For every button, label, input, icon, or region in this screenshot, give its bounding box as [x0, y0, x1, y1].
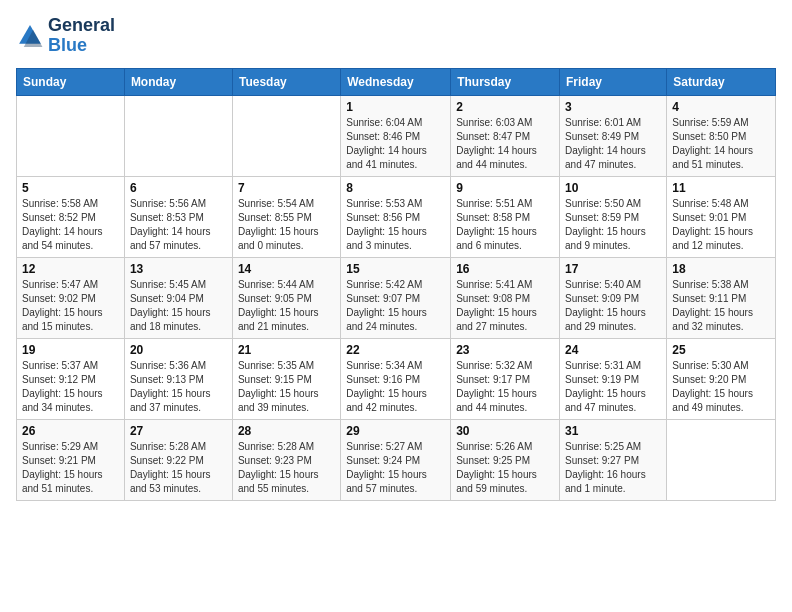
- calendar-cell: 18Sunrise: 5:38 AM Sunset: 9:11 PM Dayli…: [667, 257, 776, 338]
- day-info: Sunrise: 5:53 AM Sunset: 8:56 PM Dayligh…: [346, 197, 445, 253]
- day-number: 16: [456, 262, 554, 276]
- day-info: Sunrise: 5:50 AM Sunset: 8:59 PM Dayligh…: [565, 197, 661, 253]
- day-info: Sunrise: 5:25 AM Sunset: 9:27 PM Dayligh…: [565, 440, 661, 496]
- day-number: 18: [672, 262, 770, 276]
- day-info: Sunrise: 5:35 AM Sunset: 9:15 PM Dayligh…: [238, 359, 335, 415]
- day-info: Sunrise: 5:30 AM Sunset: 9:20 PM Dayligh…: [672, 359, 770, 415]
- calendar-cell: 20Sunrise: 5:36 AM Sunset: 9:13 PM Dayli…: [124, 338, 232, 419]
- calendar-cell: 15Sunrise: 5:42 AM Sunset: 9:07 PM Dayli…: [341, 257, 451, 338]
- calendar-cell: 31Sunrise: 5:25 AM Sunset: 9:27 PM Dayli…: [560, 419, 667, 500]
- calendar-cell: 21Sunrise: 5:35 AM Sunset: 9:15 PM Dayli…: [232, 338, 340, 419]
- day-info: Sunrise: 5:42 AM Sunset: 9:07 PM Dayligh…: [346, 278, 445, 334]
- day-number: 21: [238, 343, 335, 357]
- day-header-wednesday: Wednesday: [341, 68, 451, 95]
- calendar-cell: 7Sunrise: 5:54 AM Sunset: 8:55 PM Daylig…: [232, 176, 340, 257]
- day-number: 5: [22, 181, 119, 195]
- day-info: Sunrise: 5:51 AM Sunset: 8:58 PM Dayligh…: [456, 197, 554, 253]
- day-number: 17: [565, 262, 661, 276]
- calendar-cell: 17Sunrise: 5:40 AM Sunset: 9:09 PM Dayli…: [560, 257, 667, 338]
- calendar-cell: 19Sunrise: 5:37 AM Sunset: 9:12 PM Dayli…: [17, 338, 125, 419]
- day-info: Sunrise: 5:28 AM Sunset: 9:22 PM Dayligh…: [130, 440, 227, 496]
- day-number: 7: [238, 181, 335, 195]
- day-info: Sunrise: 5:41 AM Sunset: 9:08 PM Dayligh…: [456, 278, 554, 334]
- day-number: 29: [346, 424, 445, 438]
- calendar-cell: [17, 95, 125, 176]
- calendar-cell: 28Sunrise: 5:28 AM Sunset: 9:23 PM Dayli…: [232, 419, 340, 500]
- calendar-cell: 6Sunrise: 5:56 AM Sunset: 8:53 PM Daylig…: [124, 176, 232, 257]
- day-header-friday: Friday: [560, 68, 667, 95]
- calendar-table: SundayMondayTuesdayWednesdayThursdayFrid…: [16, 68, 776, 501]
- day-header-saturday: Saturday: [667, 68, 776, 95]
- day-info: Sunrise: 6:03 AM Sunset: 8:47 PM Dayligh…: [456, 116, 554, 172]
- day-number: 28: [238, 424, 335, 438]
- day-header-tuesday: Tuesday: [232, 68, 340, 95]
- day-info: Sunrise: 5:37 AM Sunset: 9:12 PM Dayligh…: [22, 359, 119, 415]
- calendar-cell: [232, 95, 340, 176]
- day-info: Sunrise: 5:28 AM Sunset: 9:23 PM Dayligh…: [238, 440, 335, 496]
- calendar-cell: 30Sunrise: 5:26 AM Sunset: 9:25 PM Dayli…: [451, 419, 560, 500]
- day-info: Sunrise: 5:36 AM Sunset: 9:13 PM Dayligh…: [130, 359, 227, 415]
- day-info: Sunrise: 5:56 AM Sunset: 8:53 PM Dayligh…: [130, 197, 227, 253]
- day-number: 13: [130, 262, 227, 276]
- day-number: 10: [565, 181, 661, 195]
- day-number: 22: [346, 343, 445, 357]
- day-info: Sunrise: 5:38 AM Sunset: 9:11 PM Dayligh…: [672, 278, 770, 334]
- day-info: Sunrise: 5:54 AM Sunset: 8:55 PM Dayligh…: [238, 197, 335, 253]
- day-number: 3: [565, 100, 661, 114]
- calendar-cell: 24Sunrise: 5:31 AM Sunset: 9:19 PM Dayli…: [560, 338, 667, 419]
- day-number: 8: [346, 181, 445, 195]
- calendar-cell: 4Sunrise: 5:59 AM Sunset: 8:50 PM Daylig…: [667, 95, 776, 176]
- calendar-cell: 5Sunrise: 5:58 AM Sunset: 8:52 PM Daylig…: [17, 176, 125, 257]
- calendar-cell: 29Sunrise: 5:27 AM Sunset: 9:24 PM Dayli…: [341, 419, 451, 500]
- day-number: 24: [565, 343, 661, 357]
- day-number: 12: [22, 262, 119, 276]
- day-number: 19: [22, 343, 119, 357]
- calendar-cell: 12Sunrise: 5:47 AM Sunset: 9:02 PM Dayli…: [17, 257, 125, 338]
- day-info: Sunrise: 6:01 AM Sunset: 8:49 PM Dayligh…: [565, 116, 661, 172]
- day-number: 2: [456, 100, 554, 114]
- calendar-cell: 26Sunrise: 5:29 AM Sunset: 9:21 PM Dayli…: [17, 419, 125, 500]
- day-number: 4: [672, 100, 770, 114]
- calendar-cell: 13Sunrise: 5:45 AM Sunset: 9:04 PM Dayli…: [124, 257, 232, 338]
- day-header-sunday: Sunday: [17, 68, 125, 95]
- calendar-cell: 3Sunrise: 6:01 AM Sunset: 8:49 PM Daylig…: [560, 95, 667, 176]
- calendar-cell: [667, 419, 776, 500]
- day-number: 9: [456, 181, 554, 195]
- calendar-cell: 16Sunrise: 5:41 AM Sunset: 9:08 PM Dayli…: [451, 257, 560, 338]
- logo-icon: [16, 22, 44, 50]
- calendar-cell: 8Sunrise: 5:53 AM Sunset: 8:56 PM Daylig…: [341, 176, 451, 257]
- day-info: Sunrise: 6:04 AM Sunset: 8:46 PM Dayligh…: [346, 116, 445, 172]
- day-info: Sunrise: 5:45 AM Sunset: 9:04 PM Dayligh…: [130, 278, 227, 334]
- calendar-cell: 2Sunrise: 6:03 AM Sunset: 8:47 PM Daylig…: [451, 95, 560, 176]
- day-number: 30: [456, 424, 554, 438]
- day-info: Sunrise: 5:58 AM Sunset: 8:52 PM Dayligh…: [22, 197, 119, 253]
- day-info: Sunrise: 5:40 AM Sunset: 9:09 PM Dayligh…: [565, 278, 661, 334]
- day-header-thursday: Thursday: [451, 68, 560, 95]
- day-info: Sunrise: 5:26 AM Sunset: 9:25 PM Dayligh…: [456, 440, 554, 496]
- day-number: 20: [130, 343, 227, 357]
- calendar-cell: 1Sunrise: 6:04 AM Sunset: 8:46 PM Daylig…: [341, 95, 451, 176]
- day-info: Sunrise: 5:29 AM Sunset: 9:21 PM Dayligh…: [22, 440, 119, 496]
- day-number: 31: [565, 424, 661, 438]
- day-number: 15: [346, 262, 445, 276]
- calendar-cell: 9Sunrise: 5:51 AM Sunset: 8:58 PM Daylig…: [451, 176, 560, 257]
- logo-text: General Blue: [48, 16, 115, 56]
- day-number: 6: [130, 181, 227, 195]
- day-number: 25: [672, 343, 770, 357]
- day-number: 27: [130, 424, 227, 438]
- logo: General Blue: [16, 16, 115, 56]
- calendar-cell: 27Sunrise: 5:28 AM Sunset: 9:22 PM Dayli…: [124, 419, 232, 500]
- day-info: Sunrise: 5:31 AM Sunset: 9:19 PM Dayligh…: [565, 359, 661, 415]
- calendar-cell: 11Sunrise: 5:48 AM Sunset: 9:01 PM Dayli…: [667, 176, 776, 257]
- day-number: 23: [456, 343, 554, 357]
- day-number: 1: [346, 100, 445, 114]
- day-number: 11: [672, 181, 770, 195]
- calendar-cell: 25Sunrise: 5:30 AM Sunset: 9:20 PM Dayli…: [667, 338, 776, 419]
- day-info: Sunrise: 5:34 AM Sunset: 9:16 PM Dayligh…: [346, 359, 445, 415]
- day-info: Sunrise: 5:59 AM Sunset: 8:50 PM Dayligh…: [672, 116, 770, 172]
- day-header-monday: Monday: [124, 68, 232, 95]
- day-number: 26: [22, 424, 119, 438]
- page-header: General Blue: [16, 16, 776, 56]
- day-info: Sunrise: 5:48 AM Sunset: 9:01 PM Dayligh…: [672, 197, 770, 253]
- day-info: Sunrise: 5:32 AM Sunset: 9:17 PM Dayligh…: [456, 359, 554, 415]
